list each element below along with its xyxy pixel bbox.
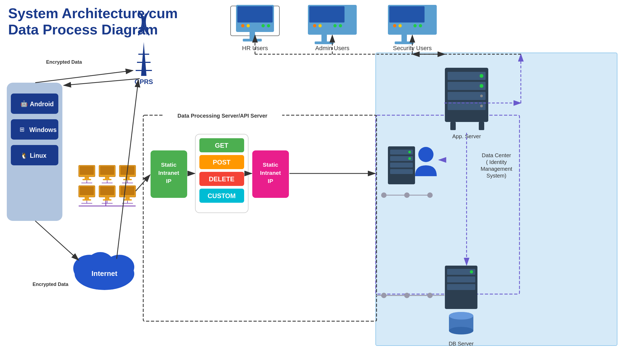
app-server-label: App. Server [452, 133, 481, 139]
svg-rect-72 [236, 5, 274, 32]
svg-point-46 [73, 255, 106, 282]
svg-point-104 [480, 105, 483, 107]
svg-point-126 [449, 327, 473, 334]
svg-rect-99 [448, 92, 486, 100]
svg-rect-60 [199, 172, 244, 186]
svg-point-77 [267, 24, 270, 27]
svg-text:CUSTOM: CUSTOM [208, 192, 236, 199]
svg-point-133 [404, 293, 410, 298]
svg-rect-55 [195, 134, 248, 213]
svg-point-47 [104, 255, 134, 279]
svg-point-132 [381, 293, 387, 298]
svg-line-136 [35, 70, 133, 83]
svg-rect-58 [199, 155, 244, 169]
svg-point-48 [87, 252, 114, 276]
svg-point-114 [418, 147, 433, 162]
svg-text:Encrypted Data: Encrypted Data [46, 59, 82, 65]
svg-point-23 [15, 2, 17, 4]
page-title: System Architecture cum Data Process Dia… [8, 5, 178, 38]
light-blue-zone [376, 53, 617, 346]
svg-rect-80 [308, 5, 357, 35]
svg-rect-95 [395, 41, 414, 44]
svg-text:Management: Management [481, 166, 512, 172]
svg-line-138 [64, 79, 140, 85]
svg-text:Static: Static [263, 162, 278, 168]
svg-point-115 [381, 192, 387, 198]
svg-point-93 [419, 24, 422, 27]
svg-text:GET: GET [215, 142, 228, 149]
svg-rect-120 [447, 269, 475, 275]
svg-text:DELETE: DELETE [209, 175, 235, 183]
svg-point-117 [427, 192, 433, 198]
svg-rect-105 [450, 122, 456, 130]
svg-point-124 [449, 312, 473, 320]
svg-rect-39 [11, 119, 58, 140]
svg-rect-125 [449, 316, 473, 331]
svg-rect-119 [445, 266, 477, 309]
svg-rect-107 [388, 146, 415, 184]
svg-text:Windows: Windows [29, 126, 57, 133]
svg-point-116 [404, 192, 410, 198]
security-users-label: Security Users [393, 45, 432, 51]
svg-point-75 [247, 24, 250, 27]
svg-rect-51 [151, 150, 187, 198]
svg-text:IP: IP [166, 178, 171, 184]
svg-rect-122 [447, 284, 475, 290]
svg-text:( Identity: ( Identity [486, 159, 507, 165]
inner-dashed-box [376, 115, 519, 294]
svg-text:🐧: 🐧 [20, 152, 28, 159]
svg-point-103 [480, 95, 483, 97]
dps-box [143, 115, 377, 321]
svg-rect-62 [199, 189, 244, 203]
svg-text:IP: IP [268, 178, 273, 184]
svg-rect-121 [447, 276, 475, 282]
svg-rect-109 [390, 156, 413, 161]
svg-rect-73 [237, 6, 273, 22]
diagram-wrapper: System Architecture cum Data Process Dia… [0, 0, 625, 364]
svg-line-141 [117, 80, 138, 259]
svg-point-76 [262, 24, 265, 27]
svg-rect-71 [231, 6, 279, 36]
svg-point-83 [318, 24, 322, 27]
svg-rect-87 [315, 41, 334, 44]
svg-rect-98 [448, 82, 486, 90]
svg-point-101 [480, 74, 483, 78]
svg-rect-81 [309, 6, 345, 22]
gprs-label: GPRS [135, 78, 153, 85]
svg-text:Static: Static [161, 162, 177, 168]
svg-rect-78 [250, 32, 255, 39]
hr-users-label: HR Users [242, 45, 268, 51]
svg-text:🤖: 🤖 [20, 100, 28, 107]
svg-point-85 [339, 24, 342, 27]
svg-text:Intranet: Intranet [260, 170, 281, 176]
svg-point-92 [413, 24, 417, 27]
dps-label: Data Processing Server/API Server [177, 113, 267, 119]
svg-rect-110 [390, 163, 413, 167]
svg-text:Data Center: Data Center [482, 152, 511, 158]
svg-rect-79 [243, 39, 262, 41]
svg-text:Intranet: Intranet [158, 170, 179, 176]
svg-rect-56 [199, 138, 244, 152]
svg-point-102 [480, 84, 483, 88]
svg-rect-108 [390, 150, 413, 154]
svg-point-14 [19, 3, 22, 5]
svg-point-123 [470, 270, 473, 273]
svg-text:Linux: Linux [30, 152, 47, 159]
svg-point-84 [333, 24, 337, 27]
svg-point-127 [449, 312, 473, 320]
svg-point-82 [313, 24, 316, 27]
svg-text:Android: Android [30, 101, 54, 108]
svg-rect-64 [252, 150, 289, 198]
svg-rect-96 [445, 68, 488, 122]
svg-rect-97 [448, 72, 486, 80]
svg-rect-111 [390, 169, 413, 174]
svg-point-112 [408, 151, 411, 153]
db-server-label: DB Server [449, 341, 474, 347]
svg-line-142 [136, 175, 150, 191]
svg-rect-106 [479, 122, 484, 130]
internet-label: Internet [91, 269, 117, 278]
svg-rect-35 [7, 83, 62, 221]
svg-point-45 [75, 257, 134, 290]
svg-rect-94 [401, 35, 407, 41]
svg-marker-31 [141, 42, 146, 76]
